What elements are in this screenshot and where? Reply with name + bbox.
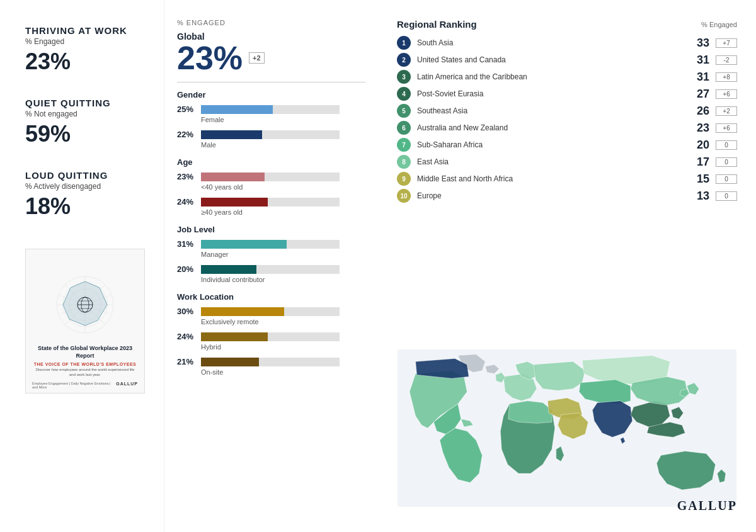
manager-label: Manager — [201, 251, 365, 258]
ranking-item: 9 Middle East and North Africa 15 0 — [397, 172, 737, 186]
quiet-block: QUIET QUITTING % Not engaged 59% — [25, 98, 145, 147]
map-container: GALLUP — [397, 203, 737, 519]
gender-female-label: Female — [201, 116, 365, 123]
rank-circle: 10 — [397, 189, 411, 203]
region-name: Middle East and North Africa — [417, 174, 684, 183]
global-percent-sign: % — [214, 40, 243, 76]
region-value: 17 — [690, 156, 709, 169]
job-level-title: Job Level — [177, 225, 365, 234]
region-name: Europe — [417, 191, 684, 200]
region-value: 33 — [690, 37, 709, 50]
ranking-title: Regional Ranking — [397, 19, 477, 30]
canada — [416, 358, 469, 378]
region-name: Southeast Asia — [417, 106, 684, 115]
ranking-item: 2 United States and Canada 31 -2 — [397, 53, 737, 67]
gender-male-row: 22% Male — [177, 130, 365, 149]
book-footer: Employee Engagement | Daily Negative Emo… — [26, 382, 144, 389]
hybrid-row: 24% Hybrid — [177, 332, 365, 351]
individual-label: Individual contributor — [201, 276, 365, 283]
rank-circle: 7 — [397, 138, 411, 152]
rank-circle: 6 — [397, 121, 411, 135]
right-panel: Regional Ranking % Engaged 1 South Asia … — [378, 0, 756, 532]
remote-pct: 30% — [177, 307, 201, 316]
region-value: 26 — [690, 105, 709, 118]
region-value: 27 — [690, 88, 709, 101]
region-change: 0 — [716, 191, 737, 201]
book-subtitle: THE VOICE OF THE WORLD'S EMPLOYEES — [34, 362, 137, 366]
gender-female-header: 25% — [177, 105, 365, 114]
onsite-pct: 21% — [177, 357, 201, 366]
hybrid-pct: 24% — [177, 332, 201, 341]
thriving-subtitle: % Engaged — [25, 37, 145, 46]
gender-male-label: Male — [201, 141, 365, 149]
onsite-row: 21% On-site — [177, 357, 365, 376]
region-change: 0 — [716, 140, 737, 150]
individual-bar-container — [201, 265, 340, 274]
rank-circle: 1 — [397, 36, 411, 50]
global-value-display: 23% — [177, 42, 243, 74]
region-name: Post-Soviet Eurasia — [417, 89, 684, 98]
onsite-bar-container — [201, 358, 340, 366]
book-thumbnail: State of the Global Workplace 2023 Repor… — [25, 249, 145, 393]
hybrid-header: 24% — [177, 332, 365, 341]
section-label: % ENGAGED — [177, 19, 365, 26]
age-over40-label: ≥40 years old — [201, 208, 365, 216]
book-title: State of the Global Workplace 2023 Repor… — [33, 344, 137, 360]
age-under40-row: 23% <40 years old — [177, 172, 365, 191]
region-name: East Asia — [417, 157, 684, 166]
hybrid-bar-container — [201, 332, 340, 341]
age-over40-bar-container — [201, 198, 340, 207]
manager-row: 31% Manager — [177, 239, 365, 258]
rank-circle: 3 — [397, 70, 411, 84]
region-value: 31 — [690, 54, 709, 67]
region-value: 15 — [690, 173, 709, 186]
rank-circle: 4 — [397, 87, 411, 101]
age-title: Age — [177, 157, 365, 167]
ranking-item: 10 Europe 13 0 — [397, 189, 737, 203]
ranking-item: 7 Sub-Saharan Africa 20 0 — [397, 138, 737, 152]
age-under40-header: 23% — [177, 172, 365, 181]
region-name: Australia and New Zealand — [417, 123, 684, 132]
left-panel: THRIVING AT WORK % Engaged 23% QUIET QUI… — [0, 0, 164, 532]
loud-value: 18% — [25, 193, 145, 220]
gender-section: Gender 25% Female 22% Male — [177, 90, 365, 149]
age-under40-bar-container — [201, 173, 340, 181]
middle-panel: % ENGAGED Global 23% +2 Gender 25% Femal… — [164, 0, 378, 532]
gender-male-bar-container — [201, 130, 340, 139]
manager-bar-container — [201, 240, 340, 249]
gender-female-pct: 25% — [177, 105, 201, 114]
rank-circle: 2 — [397, 53, 411, 67]
remote-bar-container — [201, 307, 340, 316]
region-name: United States and Canada — [417, 55, 684, 64]
region-change: +7 — [716, 38, 737, 48]
gender-female-bar — [201, 105, 273, 114]
age-under40-bar — [201, 173, 265, 181]
region-value: 13 — [690, 190, 709, 203]
ranking-item: 3 Latin America and the Caribbean 31 +8 — [397, 70, 737, 84]
rank-circle: 8 — [397, 155, 411, 169]
region-change: +6 — [716, 123, 737, 133]
remote-bar — [201, 307, 284, 316]
region-change: 0 — [716, 157, 737, 167]
hybrid-label: Hybrid — [201, 343, 365, 351]
hybrid-bar — [201, 332, 268, 341]
global-change-badge: +2 — [249, 52, 265, 64]
region-value: 20 — [690, 139, 709, 152]
age-under40-label: <40 years old — [201, 183, 365, 191]
ranking-header: Regional Ranking % Engaged — [397, 19, 737, 30]
onsite-bar — [201, 358, 259, 366]
rank-circle: 9 — [397, 172, 411, 186]
manager-header: 31% — [177, 239, 365, 249]
loud-title: LOUD QUITTING — [25, 170, 145, 181]
ranking-item: 6 Australia and New Zealand 23 +6 — [397, 121, 737, 135]
onsite-label: On-site — [201, 368, 365, 376]
divider — [177, 82, 365, 82]
pct-engaged-label: % Engaged — [701, 21, 737, 28]
quiet-subtitle: % Not engaged — [25, 110, 145, 118]
loud-block: LOUD QUITTING % Actively disengaged 18% — [25, 170, 145, 220]
remote-label: Exclusively remote — [201, 318, 365, 325]
ranking-item: 8 East Asia 17 0 — [397, 155, 737, 169]
gender-male-header: 22% — [177, 130, 365, 139]
individual-header: 20% — [177, 264, 365, 274]
spider-chart — [50, 270, 120, 339]
